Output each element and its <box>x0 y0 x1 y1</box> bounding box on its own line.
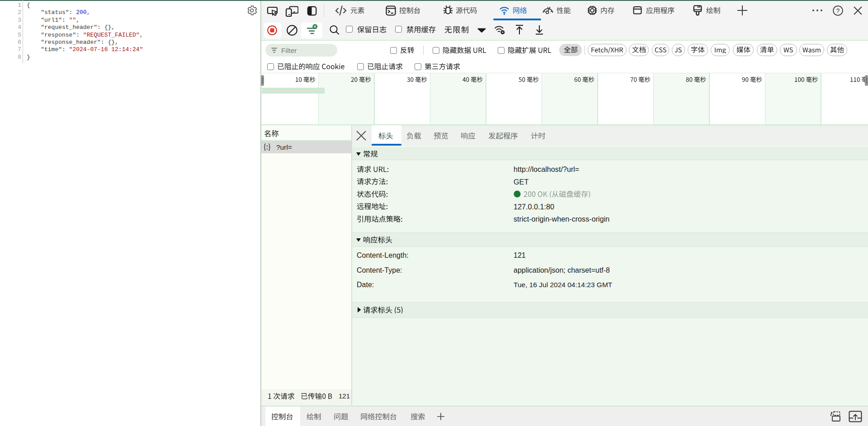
svg-text:?: ? <box>836 7 840 14</box>
